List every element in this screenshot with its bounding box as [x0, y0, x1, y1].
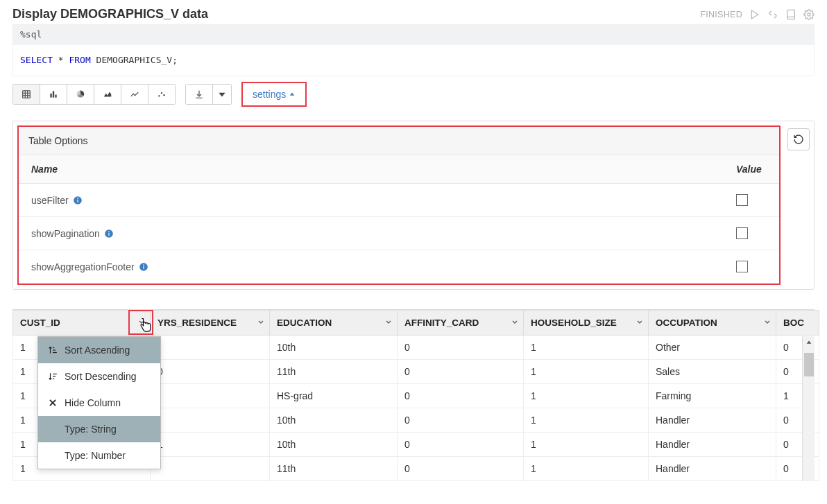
refresh-button[interactable] — [787, 128, 810, 150]
svg-rect-2 — [23, 91, 31, 98]
table-cell: 0 — [398, 408, 524, 433]
table-cell: Farming — [649, 384, 776, 408]
scroll-up-icon[interactable] — [803, 336, 815, 349]
showpagination-checkbox[interactable] — [736, 227, 748, 239]
table-cell: 0 — [398, 433, 524, 457]
collapse-icon[interactable] — [767, 9, 778, 20]
col-header-yrs-residence[interactable]: YRS_RESIDENCE — [151, 311, 270, 336]
table-cell: 10th — [270, 408, 398, 433]
table-cell: 10th — [270, 433, 398, 457]
table-cell: HS-grad — [270, 384, 398, 408]
showaggfooter-checkbox[interactable] — [736, 261, 748, 272]
gear-icon[interactable] — [803, 9, 815, 20]
area-chart-button[interactable] — [94, 84, 121, 105]
download-group — [185, 84, 232, 105]
chevron-down-icon[interactable] — [511, 318, 519, 328]
table-cell: Handler — [649, 433, 776, 457]
pie-chart-button[interactable] — [67, 84, 94, 105]
svg-rect-23 — [143, 266, 144, 269]
table-cell — [151, 384, 270, 408]
code-block: %sql SELECT * FROM DEMOGRAPHICS_V; — [12, 24, 815, 76]
code-sql: SELECT * FROM DEMOGRAPHICS_V; — [13, 45, 814, 76]
table-cell: 1 — [151, 433, 270, 457]
svg-point-10 — [158, 96, 160, 97]
table-cell: 1 — [524, 336, 649, 360]
scatter-chart-button[interactable] — [148, 84, 176, 105]
table-cell: Sales — [649, 360, 776, 384]
col-header-education[interactable]: EDUCATION — [270, 311, 398, 336]
svg-point-12 — [163, 94, 164, 96]
option-row-showpagination: showPagination — [19, 217, 779, 250]
col-header-occupation[interactable]: OCCUPATION — [649, 311, 776, 336]
chevron-down-icon[interactable] — [257, 318, 265, 328]
scroll-thumb[interactable] — [804, 353, 814, 376]
option-row-usefilter: useFilter — [19, 184, 779, 217]
table-cell: Other — [649, 336, 776, 360]
table-cell: 11th — [270, 457, 398, 481]
chevron-down-icon[interactable] — [137, 318, 146, 328]
table-cell: Handler — [649, 457, 776, 481]
svg-point-24 — [143, 264, 144, 266]
viz-toolbar: settings — [12, 82, 815, 107]
col-header-boc[interactable]: BOC — [776, 311, 819, 336]
col-header-household-size[interactable]: HOUSEHOLD_SIZE — [524, 311, 649, 336]
option-row-showaggfooter: showAggregationFooter — [19, 250, 779, 284]
download-button[interactable] — [185, 84, 213, 105]
table-cell: ) — [151, 336, 270, 360]
table-cell — [151, 408, 270, 433]
settings-panel: Table Options Name Value useFilter showP… — [12, 121, 815, 290]
paragraph-title: Display DEMOGRAPHICS_V data — [12, 7, 208, 21]
svg-rect-20 — [108, 233, 109, 236]
menu-sort-asc[interactable]: Sort Ascending — [38, 337, 160, 363]
svg-marker-0 — [751, 10, 758, 19]
table-view-button[interactable] — [12, 84, 40, 105]
svg-rect-8 — [53, 92, 54, 98]
svg-rect-7 — [50, 94, 51, 98]
col-header-affinity-card[interactable]: AFFINITY_CARD — [398, 311, 524, 336]
chevron-down-icon[interactable] — [763, 318, 771, 328]
table-cell — [151, 457, 270, 481]
chevron-down-icon[interactable] — [636, 318, 644, 328]
svg-point-18 — [77, 198, 78, 199]
menu-hide-column[interactable]: Hide Column — [38, 390, 160, 416]
option-col-value: Value — [724, 155, 779, 184]
table-cell: 0 — [398, 384, 524, 408]
data-table-wrap: CUST_ID YRS_RESIDENCE EDUCATION AFFINITY… — [12, 309, 815, 481]
viz-type-group — [12, 84, 176, 105]
svg-rect-9 — [55, 95, 56, 98]
col-header-cust-id[interactable]: CUST_ID — [13, 311, 151, 336]
table-cell: 1 — [524, 384, 649, 408]
table-cell: 0 — [151, 360, 270, 384]
svg-point-21 — [108, 231, 110, 232]
bar-chart-button[interactable] — [40, 84, 67, 105]
table-cell: 0 — [398, 336, 524, 360]
svg-point-11 — [161, 92, 162, 94]
menu-type-string[interactable]: Type: String — [38, 416, 160, 442]
usefilter-checkbox[interactable] — [736, 194, 748, 206]
svg-marker-36 — [807, 341, 812, 344]
svg-marker-14 — [219, 93, 225, 97]
table-cell: 1 — [524, 408, 649, 433]
info-icon[interactable] — [104, 229, 114, 238]
table-cell: 0 — [398, 360, 524, 384]
play-icon[interactable] — [749, 9, 760, 20]
table-options-panel: Table Options Name Value useFilter showP… — [17, 125, 781, 285]
menu-sort-desc[interactable]: Sort Descending — [38, 363, 160, 390]
download-caret-button[interactable] — [213, 84, 232, 105]
info-icon[interactable] — [73, 195, 83, 205]
chevron-down-icon[interactable] — [384, 318, 393, 328]
vertical-scrollbar[interactable] — [802, 336, 815, 481]
caret-up-icon — [289, 91, 296, 98]
book-icon[interactable] — [785, 9, 796, 20]
table-options-table: Name Value useFilter showPagination — [19, 155, 779, 284]
info-icon[interactable] — [139, 262, 148, 272]
line-chart-button[interactable] — [121, 84, 148, 105]
table-cell: 1 — [524, 360, 649, 384]
run-status: FINISHED — [700, 10, 742, 19]
menu-type-number[interactable]: Type: Number — [38, 442, 160, 469]
table-cell: 11th — [270, 360, 398, 384]
table-cell: 10th — [270, 336, 398, 360]
svg-marker-15 — [290, 93, 295, 96]
table-cell: 1 — [524, 433, 649, 457]
settings-toggle-button[interactable]: settings — [241, 82, 307, 107]
